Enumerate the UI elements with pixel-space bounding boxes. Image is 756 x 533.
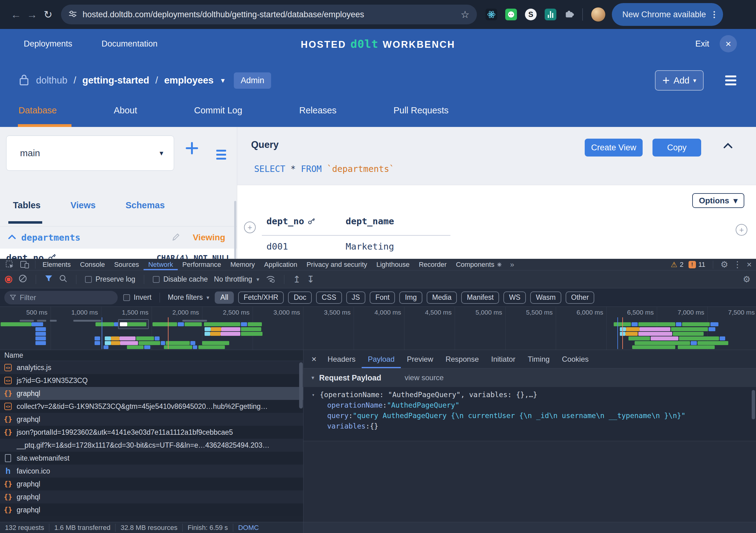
repo-tab-about[interactable]: About <box>114 102 137 127</box>
devtools-kebab-icon[interactable]: ⋮ <box>733 259 742 270</box>
waterfall-bar[interactable] <box>155 336 160 340</box>
waterfall-bar[interactable] <box>94 336 100 340</box>
waterfall-bar[interactable] <box>632 345 675 349</box>
options-button[interactable]: Options ▾ <box>692 193 744 208</box>
invert-checkbox[interactable] <box>123 294 130 301</box>
waterfall-bar[interactable] <box>105 341 111 345</box>
waterfall-bar[interactable] <box>204 327 211 331</box>
filter-pill-css[interactable]: CSS <box>316 291 342 304</box>
waterfall-bar[interactable] <box>221 327 240 331</box>
payload-tab-headers[interactable]: Headers <box>321 350 362 368</box>
filter-pill-other[interactable]: Other <box>566 291 595 304</box>
warnings-indicator[interactable]: ⚠ 2 <box>671 260 684 269</box>
s-extension-icon[interactable]: S <box>525 9 537 20</box>
waterfall-bar[interactable] <box>241 327 261 331</box>
copy-button[interactable]: Copy <box>653 139 701 156</box>
repo-tab-database[interactable]: Database <box>18 102 57 127</box>
devtools-tab-network[interactable]: Network <box>144 259 178 270</box>
add-row-icon[interactable]: + <box>244 222 256 233</box>
waterfall-bar[interactable] <box>73 320 101 322</box>
waterfall-bar[interactable] <box>152 322 177 326</box>
new-branch-button[interactable] <box>185 141 199 156</box>
waterfall-bar[interactable] <box>626 327 639 331</box>
waterfall-bar[interactable] <box>105 336 111 340</box>
waterfall-bar[interactable] <box>139 341 160 345</box>
waterfall-bar[interactable] <box>111 336 120 340</box>
waterfall-bar[interactable] <box>639 327 670 331</box>
waterfall-bar[interactable] <box>199 345 225 349</box>
waterfall-bar[interactable] <box>178 322 184 326</box>
waterfall-bar[interactable] <box>166 341 190 345</box>
waterfall-bar[interactable] <box>211 327 221 331</box>
breadcrumb-owner[interactable]: dolthub <box>36 75 68 86</box>
devtools-tab-privacy-and-security[interactable]: Privacy and security <box>302 259 372 270</box>
issues-indicator[interactable]: ! 11 <box>688 261 706 269</box>
network-conditions-icon[interactable] <box>266 274 275 285</box>
waterfall-bar[interactable] <box>31 322 43 326</box>
cell-dept-name[interactable]: Marketing <box>346 241 394 252</box>
payload-tab-cookies[interactable]: Cookies <box>556 350 595 368</box>
waterfall-bar[interactable] <box>50 320 57 322</box>
sidebar-tab-tables[interactable]: Tables <box>13 200 41 210</box>
database-dropdown-caret-icon[interactable]: ▾ <box>221 76 225 85</box>
waterfall-bar[interactable] <box>629 336 650 340</box>
sidebar-tab-views[interactable]: Views <box>70 200 96 210</box>
network-overview[interactable]: 500 ms1,000 ms1,500 ms2,000 ms2,500 ms3,… <box>0 307 756 350</box>
inspect-element-icon[interactable] <box>2 259 17 270</box>
chrome-menu-kebab-icon[interactable] <box>714 14 715 15</box>
waterfall-bar[interactable] <box>120 341 138 345</box>
filter-pill-doc[interactable]: Doc <box>288 291 312 304</box>
filter-pill-all[interactable]: All <box>215 291 234 304</box>
waterfall-bar[interactable] <box>103 345 108 349</box>
breadcrumb-repo[interactable]: getting-started <box>82 75 149 86</box>
waterfall-bar[interactable] <box>161 341 165 345</box>
filter-pill-img[interactable]: Img <box>399 291 422 304</box>
network-settings-icon[interactable]: ⚙ <box>743 274 750 284</box>
request-row[interactable]: {}json?portalId=19923602&utk=4141e3e03d7… <box>0 426 303 439</box>
payload-tab-preview[interactable]: Preview <box>401 350 439 368</box>
bitmoji-extension-icon[interactable] <box>505 9 517 20</box>
waterfall-bar[interactable] <box>671 327 708 331</box>
waterfall-bar[interactable] <box>204 332 210 336</box>
payload-tab-timing[interactable]: Timing <box>522 350 556 368</box>
waterfall-bar[interactable] <box>711 322 718 326</box>
waterfall-bar[interactable] <box>638 322 675 326</box>
waterfall-bar[interactable] <box>144 345 150 349</box>
cell-dept-no[interactable]: d001 <box>266 241 288 252</box>
import-har-icon[interactable]: ↥ <box>293 274 301 285</box>
devtools-tab-application[interactable]: Application <box>259 259 302 270</box>
waterfall-bar[interactable] <box>37 320 46 322</box>
request-row[interactable]: <>analytics.js <box>0 361 303 374</box>
payload-summary-line[interactable]: ▾{operationName: "AuthedPageQuery", vari… <box>304 389 756 400</box>
search-network-icon[interactable] <box>59 274 68 285</box>
waterfall-bar[interactable] <box>202 341 229 345</box>
repo-menu-icon[interactable] <box>725 75 736 85</box>
waterfall-bar[interactable] <box>682 322 710 326</box>
create-view-button[interactable]: Create View <box>585 139 643 156</box>
waterfall-bar[interactable] <box>20 320 34 322</box>
address-bar[interactable]: hosted.doltdb.com/deployments/dolthub/ge… <box>61 5 477 24</box>
teal-extension-icon[interactable] <box>545 9 556 20</box>
close-workbench-icon[interactable]: × <box>720 35 737 52</box>
new-chrome-button[interactable]: New Chrome available <box>612 3 723 26</box>
filter-pill-font[interactable]: Font <box>370 291 395 304</box>
waterfall-bar[interactable] <box>111 341 120 345</box>
collapse-query-chevron-icon[interactable] <box>723 142 733 150</box>
waterfall-bar[interactable] <box>673 332 704 336</box>
filter-pill-js[interactable]: JS <box>346 291 366 304</box>
devtools-tab-sources[interactable]: Sources <box>109 259 144 270</box>
request-row[interactable]: {}graphql <box>0 387 303 400</box>
waterfall-bar[interactable] <box>36 341 46 345</box>
devtools-tab-console[interactable]: Console <box>75 259 110 270</box>
devtools-settings-icon[interactable]: ⚙ <box>720 259 728 270</box>
url-text[interactable]: hosted.doltdb.com/deployments/dolthub/ge… <box>83 10 461 19</box>
request-list-scrollbar[interactable] <box>299 362 303 409</box>
disable-cache-checkbox[interactable] <box>153 276 160 283</box>
filter-pill-manifest[interactable]: Manifest <box>461 291 499 304</box>
waterfall-bar[interactable] <box>204 322 240 326</box>
add-column-icon[interactable]: + <box>736 224 747 236</box>
tree-expand-icon[interactable]: ▾ <box>312 392 320 398</box>
waterfall-bar[interactable] <box>95 322 114 326</box>
sidebar-scrollbar[interactable] <box>234 201 236 259</box>
devtools-tab-components[interactable]: Components <box>451 259 506 270</box>
